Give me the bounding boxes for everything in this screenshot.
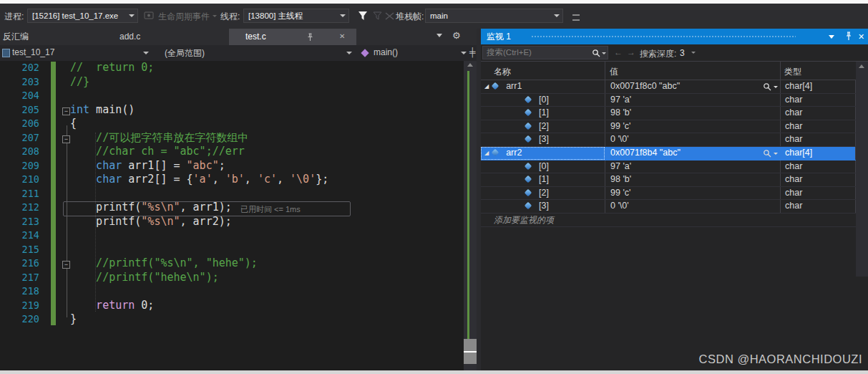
- watch-scrollbar[interactable]: [856, 62, 868, 277]
- navbar-scope-dropdown[interactable]: (全局范围): [165, 47, 205, 59]
- add-watch-item-row[interactable]: 添加要监视的项: [481, 214, 856, 227]
- process-dropdown[interactable]: [15216] test_10_17.exe: [27, 9, 138, 23]
- watch-name[interactable]: [1]: [539, 107, 549, 118]
- magnifier-visualizer-icon[interactable]: [763, 81, 778, 93]
- watch-row-[2][interactable]: [2]99 'c'char: [481, 120, 856, 134]
- split-editor-icon[interactable]: ╪: [469, 47, 476, 57]
- watch-row-[2][interactable]: [2]99 'c'char: [481, 187, 856, 201]
- code-line[interactable]: 213 printf("%s\n", arr2);: [0, 215, 464, 229]
- pin-icon[interactable]: [844, 32, 853, 41]
- lifecycle-events-button[interactable]: 生命周期事件: [158, 11, 210, 23]
- column-divider[interactable]: [605, 62, 605, 80]
- vs-debug-window: 进程: [15216] test_10_17.exe 生命周期事件 线程: [1…: [0, 0, 868, 374]
- watch-value[interactable]: 99 'c': [610, 188, 630, 198]
- watch-row-[0][interactable]: [0]97 'a'char: [481, 94, 856, 107]
- watch-titlebar[interactable]: 监视 1 ✕: [481, 29, 868, 44]
- watch-name[interactable]: arr1: [506, 81, 522, 91]
- column-name[interactable]: 名称: [494, 66, 511, 78]
- window-position-chevron-icon[interactable]: [829, 35, 834, 39]
- watch-row-[3][interactable]: [3]0 '\0'char: [481, 200, 856, 214]
- code-token: arr2[] = {: [122, 173, 192, 186]
- code-line[interactable]: 211: [0, 187, 464, 201]
- code-line[interactable]: 215: [0, 243, 464, 257]
- code-line[interactable]: 208 //char ch = "abc";//err: [0, 145, 464, 159]
- close-icon[interactable]: ✕: [339, 29, 345, 44]
- watch-row-[1][interactable]: [1]98 'b'char: [481, 173, 856, 187]
- code-line[interactable]: 217 //printf("hehe\n");: [0, 271, 464, 285]
- watch-value[interactable]: 97 'a': [610, 161, 631, 171]
- close-icon[interactable]: ✕: [858, 29, 864, 44]
- code-token: arr1[] =: [122, 159, 186, 172]
- watch-value[interactable]: 0x0071f8c0 "abc": [610, 81, 680, 91]
- crossed-arrows-icon[interactable]: [385, 11, 395, 21]
- code-line[interactable]: 209 char arr1[] = "abc";: [0, 159, 464, 173]
- flag-threads-icon[interactable]: [373, 11, 383, 21]
- expand-arrow-icon[interactable]: ◢: [484, 80, 489, 93]
- magnifier-visualizer-icon[interactable]: [763, 148, 778, 160]
- gear-icon[interactable]: ⚙: [452, 30, 461, 41]
- watch-search-row: 搜索(Ctrl+E) ← → 搜索深度: 3: [481, 44, 868, 62]
- code-line[interactable]: 220}: [0, 312, 464, 327]
- lifecycle-events-icon[interactable]: [144, 11, 154, 20]
- code-line[interactable]: 203//}: [0, 75, 464, 90]
- watch-name[interactable]: [0]: [539, 95, 549, 105]
- code-line[interactable]: 204: [0, 89, 464, 103]
- code-line[interactable]: 214: [0, 229, 464, 243]
- watch-value[interactable]: 0 '\0': [610, 134, 629, 144]
- search-input[interactable]: 搜索(Ctrl+E): [482, 46, 608, 59]
- watch-name[interactable]: [0]: [539, 161, 549, 171]
- watch-row-arr2[interactable]: ◢arr20x0071f8b4 "abc"char[4]: [481, 147, 856, 160]
- stackframe-dropdown[interactable]: main: [425, 9, 563, 23]
- code-line[interactable]: 210 char arr2[] = {'a', 'b', 'c', '\0'};: [0, 173, 464, 187]
- code-line[interactable]: 206{: [0, 117, 464, 131]
- scroll-up-arrow-icon[interactable]: [467, 63, 473, 67]
- scroll-up-arrow-icon[interactable]: [859, 64, 864, 68]
- watch-value[interactable]: 98 'b': [610, 107, 631, 118]
- watch-rows: ◢arr10x0071f8c0 "abc"char[4][0]97 'a'cha…: [481, 80, 856, 227]
- watch-name[interactable]: [3]: [539, 134, 549, 144]
- fold-collapse-icon[interactable]: −: [62, 107, 70, 115]
- filter-threads-icon[interactable]: [358, 11, 368, 21]
- code-line[interactable]: 202// return 0;: [0, 61, 464, 75]
- search-forward-arrow-icon[interactable]: →: [627, 47, 635, 57]
- search-back-arrow-icon[interactable]: ←: [614, 47, 623, 57]
- search-depth-value[interactable]: 3: [680, 48, 685, 58]
- column-divider[interactable]: [780, 62, 781, 80]
- watch-value[interactable]: 0 '\0': [610, 201, 629, 211]
- code-line[interactable]: 218: [0, 284, 464, 299]
- tab-反汇编[interactable]: 反汇编: [0, 29, 44, 45]
- watch-value[interactable]: 99 'c': [610, 121, 630, 131]
- navbar-method-dropdown[interactable]: main(): [374, 47, 398, 57]
- watch-row-[1][interactable]: [1]98 'b'char: [481, 107, 856, 120]
- code-token: 'c': [258, 173, 277, 186]
- editor-scrollbar[interactable]: [464, 61, 477, 370]
- toolbar-overflow-grip[interactable]: [572, 14, 580, 21]
- search-icon[interactable]: [592, 49, 600, 57]
- watch-row-[3][interactable]: [3]0 '\0'char: [481, 133, 856, 147]
- column-type[interactable]: 类型: [784, 66, 801, 78]
- change-tracking-bar: [51, 62, 56, 325]
- code-editor[interactable]: 202// return 0;203//}204205int main()206…: [0, 61, 464, 370]
- watch-value[interactable]: 98 'b': [610, 174, 631, 184]
- column-value[interactable]: 值: [610, 66, 618, 78]
- watch-name[interactable]: arr2: [506, 148, 522, 158]
- pin-icon[interactable]: [306, 33, 314, 42]
- tab-test.c[interactable]: test.c✕: [229, 29, 356, 45]
- watch-value[interactable]: 0x0071f8b4 "abc": [610, 148, 681, 158]
- expand-arrow-icon[interactable]: ◢: [484, 147, 489, 160]
- watch-value[interactable]: 97 'a': [610, 95, 631, 105]
- watch-name[interactable]: [2]: [539, 121, 549, 131]
- watch-name[interactable]: [3]: [539, 201, 549, 211]
- code-line[interactable]: 219 return 0;: [0, 299, 464, 313]
- thread-dropdown[interactable]: [13800] 主线程: [243, 9, 349, 23]
- fold-collapse-icon[interactable]: −: [62, 261, 70, 269]
- tab-list-chevron-icon[interactable]: [437, 34, 442, 37]
- tab-add.c[interactable]: add.c: [100, 29, 157, 45]
- navbar-project-dropdown[interactable]: test_10_17: [12, 47, 54, 57]
- watch-name[interactable]: [2]: [539, 188, 549, 198]
- watch-row-[0][interactable]: [0]97 'a'char: [481, 160, 856, 174]
- fold-collapse-icon[interactable]: −: [62, 135, 70, 143]
- watch-name[interactable]: [1]: [539, 174, 549, 184]
- watch-row-arr1[interactable]: ◢arr10x0071f8c0 "abc"char[4]: [481, 80, 856, 94]
- code-token: "%s\n": [141, 215, 180, 228]
